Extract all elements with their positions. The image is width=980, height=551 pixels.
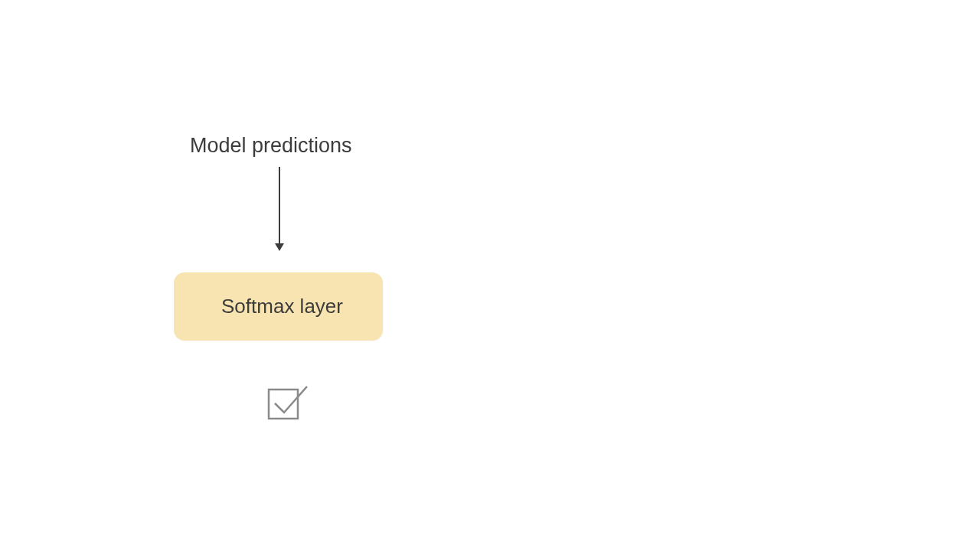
checkmark-svg (267, 383, 310, 420)
diagram-container: Model predictions Softmax layer (0, 0, 980, 551)
svg-rect-0 (269, 390, 298, 419)
arrow-head (275, 243, 284, 251)
softmax-layer-box: Softmax layer (174, 272, 383, 341)
model-predictions-label: Model predictions (190, 134, 352, 158)
arrow-down-icon (279, 167, 280, 251)
arrow-line (279, 167, 280, 245)
checkmark-icon (267, 383, 310, 420)
softmax-layer-label: Softmax layer (214, 295, 343, 318)
